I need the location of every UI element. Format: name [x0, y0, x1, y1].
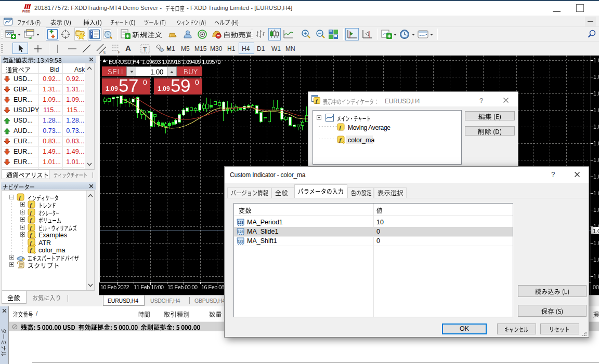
svg-text:FXDD: FXDD [22, 10, 30, 13]
svg-text:T: T [143, 46, 147, 53]
svg-text:E: E [103, 50, 106, 54]
svg-text:123: 123 [238, 221, 243, 224]
svg-text:123: 123 [238, 239, 243, 243]
svg-text:F: F [118, 50, 120, 54]
svg-text:123: 123 [238, 230, 243, 234]
